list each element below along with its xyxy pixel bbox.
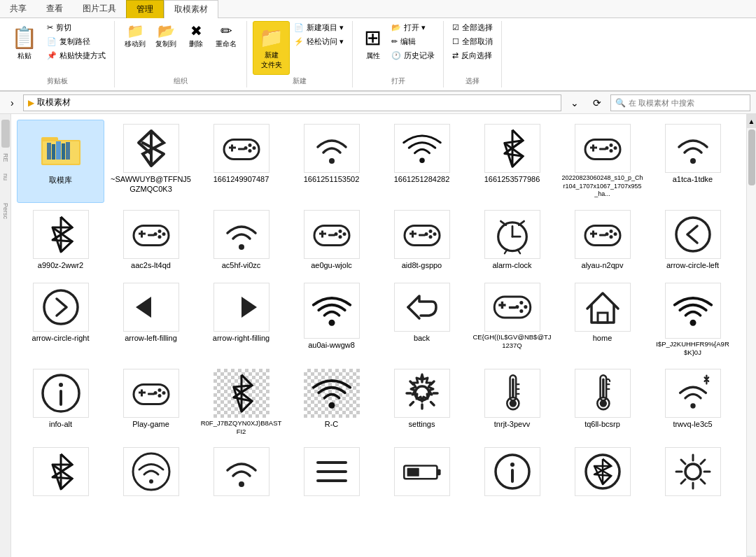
file-item-home[interactable]: home	[559, 278, 646, 362]
file-item-play-game[interactable]: Play-game	[107, 365, 195, 441]
open-icon: 📂	[391, 23, 401, 32]
file-item-arrow-circle-right[interactable]: arrow-circle-right	[17, 278, 104, 362]
gamepad-icon-4	[304, 210, 360, 259]
tab-manage[interactable]: 管理	[126, 0, 164, 18]
svg-point-76	[524, 305, 527, 309]
select-all-button[interactable]: ☑ 全部选择	[449, 21, 496, 34]
file-item-alyau[interactable]: alyau-n2qpv	[559, 206, 646, 276]
tab-view[interactable]: 查看	[36, 0, 73, 17]
file-name: 1661249907487	[214, 174, 270, 184]
file-item-arrow-right[interactable]: arrow-right-filling	[197, 278, 285, 362]
delete-button[interactable]: ✖ 删除	[182, 21, 210, 52]
file-item-wifi-row5[interactable]	[197, 443, 285, 513]
file-item-aac2s[interactable]: aac2s-lt4qd	[107, 206, 195, 276]
file-item-saww[interactable]: ~SAWWUYB@TFFNJ5GZMQC0K3	[107, 120, 195, 203]
copy-to-button[interactable]: 📂 复制到	[151, 21, 181, 52]
bluetooth-icon-row5	[33, 447, 89, 496]
svg-point-81	[690, 320, 696, 326]
file-item-back[interactable]: back	[378, 278, 465, 362]
refresh-button[interactable]: ⟳	[588, 95, 606, 111]
file-item-folder[interactable]: 取模库	[17, 120, 104, 203]
select-none-button[interactable]: ☐ 全部取消	[449, 35, 496, 48]
svg-point-11	[248, 143, 251, 147]
sidebar-persc: Persc	[2, 203, 9, 219]
invert-select-label: 反向选择	[461, 50, 492, 61]
breadcrumb-expand-button[interactable]: ⌄	[566, 95, 584, 111]
file-item-tnrjt[interactable]: tnrjt-3pevv	[468, 365, 556, 441]
file-item-wifi-circle[interactable]	[107, 443, 195, 513]
address-breadcrumb[interactable]: ▶ 取模素材	[23, 94, 561, 111]
invert-select-button[interactable]: ⇄ 反向选择	[449, 49, 496, 62]
tab-take-material[interactable]: 取模素材	[164, 0, 218, 18]
svg-point-33	[158, 235, 161, 239]
file-name: a990z-2wwr2	[38, 260, 83, 270]
svg-rect-61	[592, 231, 594, 238]
cut-button[interactable]: ✂ 剪切	[44, 21, 108, 34]
rename-button[interactable]: ✏ 重命名	[211, 21, 241, 52]
file-item-info[interactable]: info-alt	[17, 365, 104, 441]
scroll-thumb[interactable]	[748, 129, 755, 185]
scrollbar-right[interactable]: ▲ ▼	[746, 114, 756, 557]
wifi-check-icon	[304, 369, 360, 418]
file-item-menu[interactable]	[288, 443, 375, 513]
open-button[interactable]: 📂 打开 ▾	[388, 21, 438, 34]
svg-point-12	[252, 146, 255, 150]
svg-point-93	[328, 402, 335, 409]
file-item-rc[interactable]: R-C	[288, 365, 375, 441]
tab-image-tools[interactable]: 图片工具	[73, 0, 126, 17]
edit-button[interactable]: ✏ 编辑	[388, 35, 438, 48]
file-name: ~SAWWUYB@TFFNJ5GZMQC0K3	[110, 174, 192, 195]
file-item-166125-3[interactable]: 1661253577986	[468, 120, 556, 203]
file-item-bt-row5[interactable]	[17, 443, 104, 513]
nav-forward-button[interactable]: ›	[6, 95, 19, 111]
new-folder-button[interactable]: 📁 新建文件夹	[253, 21, 290, 75]
file-item-isp[interactable]: I$P_J2KUHHFR9%{A9R$K}0J	[649, 278, 736, 362]
svg-point-105	[599, 400, 606, 407]
paste-button[interactable]: 📋 粘贴	[6, 21, 43, 65]
file-item-bluetooth-circle[interactable]	[559, 443, 646, 513]
svg-marker-70	[241, 297, 257, 318]
easy-access-button[interactable]: ⚡ 轻松访问 ▾	[291, 35, 346, 48]
properties-button[interactable]: ⊞ 属性	[358, 21, 387, 65]
file-item-sun[interactable]	[649, 443, 736, 513]
scroll-indicator[interactable]	[1, 120, 10, 148]
move-to-button[interactable]: 📁 移动到	[120, 21, 150, 52]
file-item-settings[interactable]: settings	[378, 365, 465, 441]
group-clipboard: 📋 粘贴 ✂ 剪切 📄 复制路径 📌 粘贴快捷方式	[0, 21, 115, 87]
search-input[interactable]	[629, 99, 746, 107]
arrow-left-icon	[123, 283, 179, 332]
history-button[interactable]: 🕐 历史记录	[388, 49, 438, 62]
file-item-ae0gu[interactable]: ae0gu-wjolc	[288, 206, 375, 276]
file-item-166125-2[interactable]: 1661251284282	[378, 120, 465, 203]
content-area[interactable]: 取模库 ~SAWWUYB@TFFNJ5GZMQC0K3	[11, 114, 746, 557]
wifi-icon-ac5hf	[214, 210, 270, 259]
new-item-button[interactable]: 📄 新建项目 ▾	[291, 21, 346, 34]
file-item-166125-1[interactable]: 1661251153502	[288, 120, 375, 203]
scroll-up-button[interactable]: ▲	[747, 114, 756, 128]
file-item-arrow-left[interactable]: arrow-left-filling	[107, 278, 195, 362]
paste-shortcut-button[interactable]: 📌 粘贴快捷方式	[44, 49, 108, 62]
copy-path-button[interactable]: 📄 复制路径	[44, 35, 108, 48]
file-item-battery[interactable]	[378, 443, 465, 513]
file-item-202208[interactable]: 20220823060248_s10_p_Chr104_1707x1067_17…	[559, 120, 646, 203]
file-item-au0ai[interactable]: au0ai-wwgw8	[288, 278, 375, 362]
file-item-a1tca[interactable]: a1tca-1tdke	[649, 120, 736, 203]
ribbon: 共享 查看 图片工具 管理 取模素材 📋 粘贴 ✂ 剪切 📄	[0, 0, 756, 92]
tab-share[interactable]: 共享	[0, 0, 36, 17]
file-item-r0f[interactable]: R0F_J7BZQYN0XJ)B8ASTFI2	[197, 365, 285, 441]
file-item-tq6ll[interactable]: tq6ll-bcsrp	[559, 365, 646, 441]
file-item-aid8t[interactable]: aid8t-gsppo	[378, 206, 465, 276]
file-item-info-circle[interactable]	[468, 443, 556, 513]
file-item-166124[interactable]: 1661249907487	[197, 120, 285, 203]
file-item-arrow-circle-left[interactable]: arrow-circle-left	[649, 206, 736, 276]
file-item-ac5hf[interactable]: ac5hf-vi0zc	[197, 206, 285, 276]
rename-icon: ✏	[220, 24, 232, 38]
file-name: 取模库	[49, 175, 72, 185]
file-item-a990z[interactable]: a990z-2wwr2	[17, 206, 104, 276]
file-item-alarm[interactable]: alarm-clock	[468, 206, 556, 276]
file-item-trwvq[interactable]: trwvq-le3c5	[649, 365, 736, 441]
file-item-ce-gh[interactable]: CE{GH((IL$GV@NB$@TJ1237Q	[468, 278, 556, 362]
gamepad-icon-1	[214, 124, 270, 173]
svg-point-40	[342, 232, 346, 236]
breadcrumb-arrow: ▶	[28, 98, 34, 108]
